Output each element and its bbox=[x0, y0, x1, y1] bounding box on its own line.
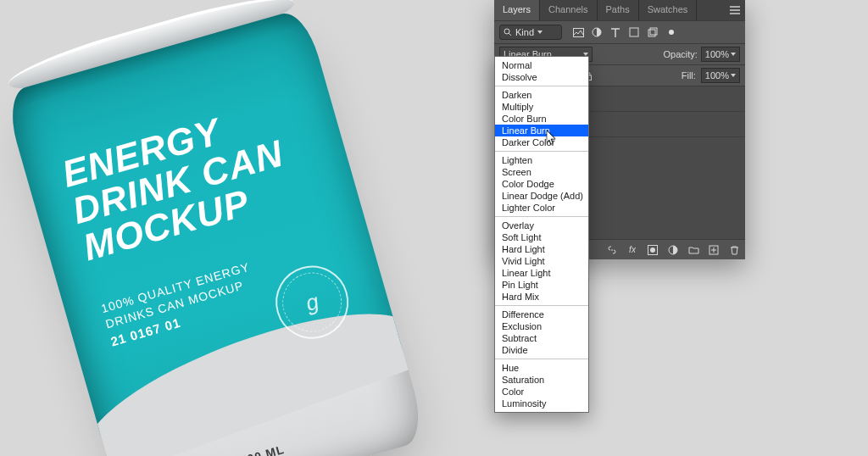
tab-layers[interactable]: Layers bbox=[494, 0, 540, 20]
blend-mode-option[interactable]: Darker Color bbox=[495, 136, 588, 148]
delete-layer-icon[interactable] bbox=[728, 244, 740, 256]
filter-pixel-icon[interactable] bbox=[572, 26, 584, 38]
blend-mode-option[interactable]: Lighter Color bbox=[495, 202, 588, 214]
blend-mode-option[interactable]: Hard Light bbox=[495, 243, 588, 255]
canvas-can-mockup: ENERGY DRINK CAN MOCKUP 100% QUALITY ENE… bbox=[0, 0, 428, 456]
group-icon[interactable] bbox=[687, 244, 699, 256]
blend-mode-option[interactable]: Pin Light bbox=[495, 279, 588, 291]
blend-mode-dropdown[interactable]: NormalDissolveDarkenMultiplyColor BurnLi… bbox=[494, 56, 589, 413]
tab-paths[interactable]: Paths bbox=[598, 0, 639, 20]
filter-dot-icon[interactable] bbox=[665, 26, 677, 38]
blend-mode-option[interactable]: Exclusion bbox=[495, 320, 588, 332]
blend-mode-option[interactable]: Hard Mix bbox=[495, 291, 588, 303]
fill-label: Fill: bbox=[682, 70, 696, 81]
blend-mode-option[interactable]: Darken bbox=[495, 89, 588, 101]
tab-channels[interactable]: Channels bbox=[540, 0, 597, 20]
svg-rect-3 bbox=[630, 28, 638, 36]
fx-icon[interactable]: fx bbox=[626, 244, 638, 256]
blend-mode-option[interactable]: Linear Light bbox=[495, 267, 588, 279]
svg-rect-4 bbox=[648, 30, 655, 36]
opacity-input[interactable]: 100% bbox=[701, 47, 740, 62]
blend-mode-option[interactable]: Difference bbox=[495, 309, 588, 320]
can-volume: 500 ML bbox=[238, 442, 286, 456]
panel-menu-icon[interactable] bbox=[725, 0, 745, 20]
opacity-value: 100% bbox=[705, 49, 729, 59]
blend-mode-option[interactable]: Luminosity bbox=[495, 398, 588, 409]
panel-tabs: Layers Channels Paths Swatches bbox=[494, 0, 745, 20]
blend-mode-option[interactable]: Divide bbox=[495, 344, 588, 356]
svg-point-0 bbox=[504, 29, 509, 34]
link-layers-icon[interactable] bbox=[606, 244, 618, 256]
svg-point-6 bbox=[669, 30, 674, 35]
blend-mode-option[interactable]: Subtract bbox=[495, 332, 588, 344]
fill-input[interactable]: 100% bbox=[701, 68, 740, 83]
blend-mode-option[interactable]: Screen bbox=[495, 166, 588, 178]
blend-mode-option[interactable]: Lighten bbox=[495, 154, 588, 166]
blend-mode-option[interactable]: Color Burn bbox=[495, 113, 588, 125]
filter-kind-label: Kind bbox=[515, 27, 534, 37]
can-body: ENERGY DRINK CAN MOCKUP 100% QUALITY ENE… bbox=[3, 8, 428, 456]
filter-shape-icon[interactable] bbox=[628, 26, 640, 38]
blend-mode-option[interactable]: Linear Burn bbox=[495, 125, 588, 136]
filter-adjust-icon[interactable] bbox=[591, 26, 603, 38]
layer-filter-kind[interactable]: Kind bbox=[499, 25, 562, 40]
chevron-down-icon bbox=[731, 74, 736, 77]
opacity-label: Opacity: bbox=[664, 49, 698, 59]
new-layer-icon[interactable] bbox=[708, 244, 720, 256]
blend-mode-option[interactable]: Multiply bbox=[495, 101, 588, 113]
fill-value: 100% bbox=[705, 70, 729, 81]
blend-mode-option[interactable]: Overlay bbox=[495, 220, 588, 231]
svg-point-16 bbox=[650, 247, 655, 253]
blend-mode-option[interactable]: Color bbox=[495, 386, 588, 398]
svg-rect-5 bbox=[650, 28, 657, 35]
search-icon bbox=[504, 28, 512, 36]
blend-mode-option[interactable]: Linear Dodge (Add) bbox=[495, 190, 588, 202]
blend-mode-option[interactable]: Dissolve bbox=[495, 71, 588, 83]
filter-row: Kind bbox=[494, 20, 745, 44]
blend-mode-option[interactable]: Vivid Light bbox=[495, 255, 588, 267]
filter-smart-icon[interactable] bbox=[647, 26, 659, 38]
filter-type-icon[interactable] bbox=[609, 26, 621, 38]
chevron-down-icon bbox=[537, 31, 542, 34]
blend-mode-option[interactable]: Color Dodge bbox=[495, 178, 588, 190]
adjustment-icon[interactable] bbox=[667, 244, 679, 256]
blend-mode-option[interactable]: Soft Light bbox=[495, 231, 588, 243]
blend-mode-option[interactable]: Normal bbox=[495, 59, 588, 71]
blend-mode-option[interactable]: Hue bbox=[495, 362, 588, 374]
chevron-down-icon bbox=[731, 53, 736, 56]
blend-mode-option[interactable]: Saturation bbox=[495, 374, 588, 386]
tab-swatches[interactable]: Swatches bbox=[639, 0, 698, 20]
mask-icon[interactable] bbox=[647, 244, 659, 256]
